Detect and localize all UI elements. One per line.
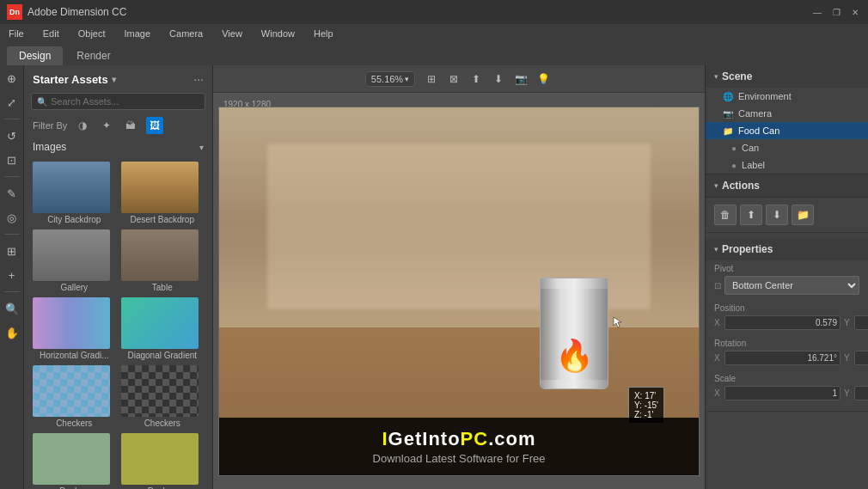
close-button[interactable]: ✕ — [849, 6, 861, 18]
list-item[interactable]: City Backdrop — [33, 162, 116, 224]
scene-arrow: ▾ — [714, 72, 718, 81]
scale-y-input[interactable] — [854, 386, 868, 400]
list-item[interactable]: Gallery — [33, 229, 116, 292]
asset-thumb-table — [121, 229, 199, 281]
titlebar-left: Dn Adobe Dimension CC — [7, 4, 126, 20]
tab-design[interactable]: Design — [7, 46, 63, 65]
rotation-x-input[interactable] — [724, 351, 840, 365]
folder-action-button[interactable]: 📁 — [792, 205, 814, 225]
canvas-image[interactable]: 🔥 X: 17' Y: -15' — [218, 107, 700, 476]
canvas-area: 55.16% ▾ ⊞ ⊠ ⬆ ⬇ 📷 💡 1920 x 1280 — [213, 65, 705, 489]
zoom-value: 55.16% — [371, 74, 403, 84]
properties-header[interactable]: ▾ Properties — [706, 238, 868, 260]
download-action-button[interactable]: ⬇ — [766, 205, 788, 225]
list-item[interactable]: Diagonal Gradient — [121, 297, 205, 360]
category-label: Images — [33, 141, 66, 153]
filter-sun-btn[interactable]: ✦ — [98, 117, 115, 134]
asset-label-table: Table — [121, 283, 205, 292]
tool-separator-1 — [4, 119, 20, 119]
watermark: IGetIntoPC.com Download Latest Software … — [219, 418, 699, 475]
canvas-export-btn[interactable]: ⬆ — [467, 70, 486, 89]
scene-item-label[interactable]: ● Label — [706, 156, 868, 174]
rotation-row: X Y Z — [714, 351, 859, 365]
scene-item-camera[interactable]: 📷 Camera — [706, 105, 868, 122]
search-input[interactable] — [51, 96, 199, 107]
canvas-light-btn[interactable]: 💡 — [534, 70, 553, 89]
list-item[interactable]: Horizontal Gradi... — [33, 297, 116, 360]
menu-view[interactable]: View — [218, 27, 246, 40]
list-item[interactable]: Dashes — [33, 433, 116, 489]
filter-image-btn[interactable]: 🖼 — [146, 117, 163, 134]
tool-separator-4 — [4, 291, 20, 292]
add-tool[interactable]: ⊕ — [3, 69, 21, 88]
properties-arrow: ▾ — [714, 245, 718, 254]
filter-landscape-btn[interactable]: 🏔 — [122, 117, 139, 134]
add-object-tool[interactable]: + — [3, 266, 21, 284]
position-x-input[interactable] — [724, 315, 840, 330]
can-label-area: 🔥 — [551, 340, 598, 371]
zoom-arrow: ▾ — [405, 75, 409, 83]
scene-item-foodcan[interactable]: 📁 Food Can — [706, 122, 868, 139]
scene-item-label: Camera — [738, 108, 772, 119]
y-axis-label: Y — [844, 318, 853, 327]
list-item[interactable]: Dashes — [121, 433, 205, 489]
transform-tool[interactable]: ⤢ — [3, 93, 21, 112]
list-item[interactable]: Table — [121, 229, 205, 292]
position-y-input[interactable] — [854, 315, 868, 330]
filter-label: Filter By — [33, 120, 67, 131]
actions-title: Actions — [722, 180, 760, 192]
menu-file[interactable]: File — [5, 27, 28, 40]
menu-image[interactable]: Image — [121, 27, 155, 40]
grid-tool[interactable]: ⊞ — [3, 241, 21, 260]
canvas-snap-btn[interactable]: ⊠ — [444, 70, 463, 89]
asset-label-checker1: Checkers — [33, 419, 116, 428]
filter-row: Filter By ◑ ✦ 🏔 🖼 — [24, 113, 212, 138]
list-item[interactable]: Desert Backdrop — [121, 162, 205, 224]
pan-tool[interactable]: ✋ — [3, 323, 21, 342]
list-item[interactable]: Checkers — [121, 365, 205, 428]
canvas-import-btn[interactable]: ⬇ — [489, 70, 508, 89]
canvas-viewport[interactable]: 1920 x 1280 🔥 — [213, 93, 705, 489]
zoom-tool[interactable]: 🔍 — [3, 299, 21, 318]
menu-object[interactable]: Object — [75, 27, 109, 40]
canvas-grid-btn[interactable]: ⊞ — [422, 70, 441, 89]
canvas-tools: ⊞ ⊠ ⬆ ⬇ 📷 💡 — [422, 70, 553, 89]
filter-circle-btn[interactable]: ◑ — [74, 117, 91, 134]
actions-toolbar: 🗑 ⬆ ⬇ 📁 — [706, 198, 868, 232]
upload-action-button[interactable]: ⬆ — [740, 205, 762, 225]
actions-header[interactable]: ▾ Actions — [706, 174, 868, 198]
canvas-camera-btn[interactable]: 📷 — [511, 70, 530, 89]
pivot-select[interactable]: Bottom Center — [724, 276, 859, 295]
scene-header[interactable]: ▾ Scene — [706, 65, 868, 88]
menu-help[interactable]: Help — [310, 27, 337, 40]
list-item[interactable]: Checkers — [33, 365, 116, 428]
rotation-x-field: X — [714, 351, 840, 365]
sy-axis-label: Y — [844, 388, 853, 398]
menu-camera[interactable]: Camera — [166, 27, 206, 40]
menu-window[interactable]: Window — [258, 27, 298, 40]
zoom-control[interactable]: 55.16% ▾ — [365, 71, 415, 87]
scene-item-can[interactable]: ● Can — [706, 139, 868, 156]
right-panel: ▾ Scene 🌐 Environment 📷 Camera 📁 Food Ca… — [705, 65, 868, 489]
asset-label-gallery: Gallery — [33, 283, 116, 292]
panel-more-button[interactable]: ··· — [193, 72, 204, 86]
rotation-y-field: Y — [844, 351, 868, 365]
menubar: File Edit Object Image Camera View Windo… — [0, 24, 868, 43]
delete-action-button[interactable]: 🗑 — [714, 205, 737, 225]
tab-render[interactable]: Render — [64, 46, 122, 65]
panel-title: Starter Assets ▾ — [33, 73, 116, 86]
maximize-button[interactable]: ❐ — [830, 6, 842, 18]
rotate-tool[interactable]: ↺ — [3, 126, 21, 145]
canvas-toolbar: 55.16% ▾ ⊞ ⊠ ⬆ ⬇ 📷 💡 — [213, 65, 705, 93]
menu-edit[interactable]: Edit — [40, 27, 63, 40]
sample-tool[interactable]: ◎ — [3, 208, 21, 227]
scene-item-environment[interactable]: 🌐 Environment — [706, 88, 868, 105]
scale-x-input[interactable] — [724, 386, 840, 400]
can-icon: ● — [731, 144, 737, 153]
minimize-button[interactable]: — — [811, 6, 823, 18]
cursor-indicator — [612, 315, 626, 329]
paint-tool[interactable]: ✎ — [3, 184, 21, 203]
label-icon: ● — [731, 161, 737, 170]
rotation-y-input[interactable] — [854, 351, 868, 365]
scale-tool[interactable]: ⊡ — [3, 150, 21, 169]
